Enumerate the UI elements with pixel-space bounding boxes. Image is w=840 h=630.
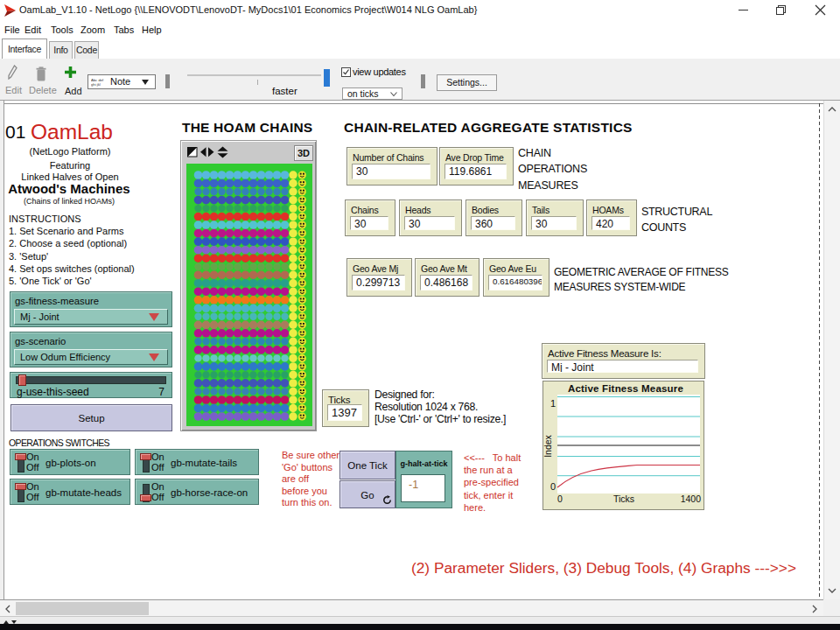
svg-text:1: 1 <box>550 398 556 409</box>
svg-text:Index: Index <box>543 434 553 457</box>
svg-text:Abc def: Abc def <box>91 78 104 82</box>
svg-text:0: 0 <box>557 494 563 504</box>
svg-text:Active Fitness Measure: Active Fitness Measure <box>568 383 683 394</box>
svg-text:1400: 1400 <box>681 494 702 504</box>
svg-text:Ticks: Ticks <box>613 494 634 504</box>
svg-text:ghi jkl: ghi jkl <box>91 82 101 87</box>
svg-text:0: 0 <box>550 481 556 492</box>
